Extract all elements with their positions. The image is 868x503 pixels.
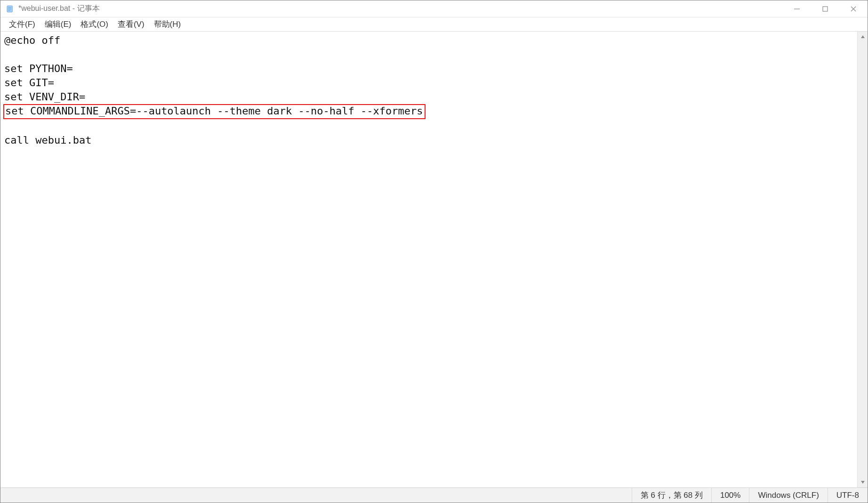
svg-marker-9 [861,481,865,484]
svg-marker-8 [861,35,865,38]
status-encoding: UTF-8 [828,488,868,503]
highlighted-line: set COMMANDLINE_ARGS=--autolaunch --them… [3,104,426,119]
menu-view[interactable]: 查看(V) [113,18,149,31]
scroll-up-icon[interactable] [858,32,868,42]
notepad-icon [5,4,15,14]
menubar: 文件(F) 编辑(E) 格式(O) 查看(V) 帮助(H) [0,17,868,32]
editor-line: set COMMANDLINE_ARGS=--autolaunch --them… [4,104,854,119]
statusbar: 第 6 行，第 68 列 100% Windows (CRLF) UTF-8 [0,487,868,503]
window-title: *webui-user.bat - 记事本 [18,4,100,14]
status-line-ending: Windows (CRLF) [749,488,827,503]
editor-wrap: @echo off set PYTHON=set GIT=set VENV_DI… [0,32,868,487]
titlebar: *webui-user.bat - 记事本 [0,0,868,17]
editor-line: @echo off [4,33,854,48]
editor-line [4,48,854,62]
vertical-scrollbar[interactable] [857,32,868,487]
minimize-button[interactable] [783,0,811,17]
window-controls [783,0,868,17]
close-button[interactable] [839,0,868,17]
status-position: 第 6 行，第 68 列 [632,488,711,503]
text-editor[interactable]: @echo off set PYTHON=set GIT=set VENV_DI… [0,32,857,487]
notepad-window: *webui-user.bat - 记事本 文件(F) 编辑(E) 格式(O) … [0,0,868,503]
menu-edit[interactable]: 编辑(E) [40,18,76,31]
status-zoom: 100% [711,488,749,503]
maximize-button[interactable] [811,0,839,17]
editor-line: call webui.bat [4,133,854,147]
editor-line: set PYTHON= [4,62,854,76]
menu-help[interactable]: 帮助(H) [149,18,186,31]
editor-line: set GIT= [4,76,854,90]
editor-line: set VENV_DIR= [4,90,854,104]
scroll-down-icon[interactable] [858,477,868,487]
menu-file[interactable]: 文件(F) [4,18,40,31]
menu-format[interactable]: 格式(O) [76,18,113,31]
svg-rect-5 [823,7,828,11]
editor-line [4,119,854,133]
